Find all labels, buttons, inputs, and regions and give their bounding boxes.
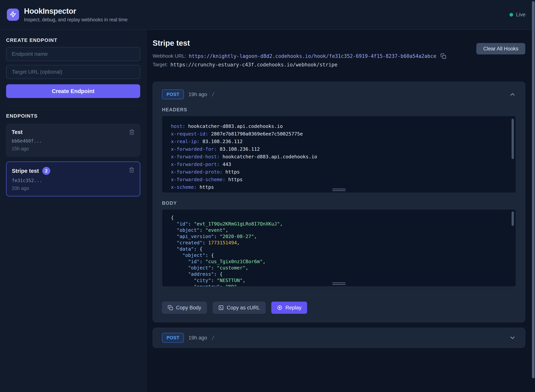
target-url-value: https://crunchy-estuary-c43f.codehooks.i…	[171, 62, 338, 68]
replay-label: Replay	[285, 305, 301, 311]
live-indicator: Live	[510, 12, 525, 18]
headers-code-content: host: hookcatcher-d883.api.codehooks.iox…	[162, 116, 516, 193]
body-code-content: { "id": "evt_1T9Qu2KRmG1gLRo8I7QnXKuJ", …	[162, 210, 516, 287]
headers-horizontal-scrollbar[interactable]	[332, 189, 346, 191]
body-section-label: BODY	[162, 200, 516, 206]
copy-url-icon[interactable]	[440, 53, 446, 59]
page-scrollbar[interactable]	[532, 1, 535, 378]
main-panel: Stripe test Webhook URL: https://knightl…	[147, 30, 535, 392]
app-title: HookInspector	[24, 7, 128, 15]
endpoint-card-test[interactable]: Test bb6e460f... 15h ago	[6, 124, 140, 157]
endpoint-name: Test	[12, 129, 23, 135]
request-card-collapsed[interactable]: POST 19h ago /	[153, 328, 525, 348]
terminal-icon	[218, 305, 224, 310]
app-logo	[7, 9, 19, 21]
headers-section-label: HEADERS	[162, 107, 516, 112]
clear-all-hooks-button[interactable]: Clear All Hooks	[476, 43, 525, 54]
copy-body-label: Copy Body	[176, 305, 201, 311]
target-label: Target:	[153, 62, 168, 68]
endpoint-name-input[interactable]	[6, 47, 140, 61]
content-row: CREATE ENDPOINT Create Endpoint ENDPOINT…	[0, 30, 535, 392]
copy-icon	[168, 305, 173, 310]
copy-as-curl-button[interactable]: Copy as cURL	[213, 302, 266, 314]
replay-button[interactable]: Replay	[271, 302, 307, 314]
request-path: /	[212, 92, 215, 97]
request-age: 19h ago	[188, 92, 207, 98]
top-bar: HookInspector Inspect, debug, and replay…	[0, 0, 535, 30]
app-tagline: Inspect, debug, and replay webhooks in r…	[24, 17, 128, 23]
request-age: 19h ago	[188, 335, 207, 341]
headers-code[interactable]: host: hookcatcher-d883.api.codehooks.iox…	[162, 116, 516, 193]
endpoint-id: fe31c352...	[12, 178, 134, 183]
sidebar-divider	[6, 106, 140, 106]
brand-block: HookInspector Inspect, debug, and replay…	[24, 7, 128, 23]
app-root: HookInspector Inspect, debug, and replay…	[0, 0, 535, 392]
body-code[interactable]: { "id": "evt_1T9Qu2KRmG1gLRo8I7QnXKuJ", …	[162, 209, 516, 287]
webhook-url-link[interactable]: https://knightly-lagoon-d8d2.codehooks.i…	[189, 53, 436, 59]
request-header-row[interactable]: POST 19h ago /	[162, 89, 516, 99]
endpoint-id: bb6e460f...	[12, 138, 135, 144]
live-status-dot	[510, 13, 513, 17]
method-badge: POST	[162, 89, 184, 99]
headers-vertical-scrollbar[interactable]	[511, 119, 514, 159]
endpoint-name: Stripe test	[12, 168, 39, 174]
play-circle-icon	[277, 305, 282, 310]
request-card-expanded: POST 19h ago / HEADERS host: hookcatcher…	[153, 82, 525, 322]
endpoint-card-stripe-test[interactable]: Stripe test 2 fe31c352... 20h ago	[6, 162, 140, 196]
target-url-input[interactable]	[6, 65, 140, 79]
endpoints-heading: ENDPOINTS	[6, 113, 140, 119]
endpoint-age: 20h ago	[12, 186, 134, 191]
actions-divider	[162, 295, 516, 295]
main-header: Stripe test Webhook URL: https://knightl…	[153, 36, 525, 70]
create-endpoint-button[interactable]: Create Endpoint	[6, 84, 140, 98]
request-actions: Copy Body Copy as cURL Replay	[162, 302, 516, 314]
webhook-url-label: Webhook URL:	[153, 53, 186, 59]
body-horizontal-scrollbar[interactable]	[332, 282, 346, 285]
live-label: Live	[516, 12, 525, 18]
page-title: Stripe test	[153, 39, 476, 47]
request-path: /	[212, 335, 215, 341]
sidebar: CREATE ENDPOINT Create Endpoint ENDPOINT…	[0, 30, 147, 392]
hook-count-badge: 2	[42, 167, 50, 175]
trash-icon[interactable]	[129, 129, 135, 135]
lightning-bolt-icon	[10, 11, 16, 19]
method-badge: POST	[162, 333, 184, 343]
endpoint-age: 15h ago	[12, 146, 135, 151]
create-endpoint-heading: CREATE ENDPOINT	[6, 37, 140, 43]
chevron-down-icon[interactable]	[509, 334, 516, 341]
copy-body-button[interactable]: Copy Body	[162, 302, 207, 314]
chevron-up-icon[interactable]	[509, 91, 516, 98]
trash-icon[interactable]	[129, 167, 134, 173]
copy-as-curl-label: Copy as cURL	[227, 305, 260, 311]
body-vertical-scrollbar[interactable]	[511, 211, 514, 226]
